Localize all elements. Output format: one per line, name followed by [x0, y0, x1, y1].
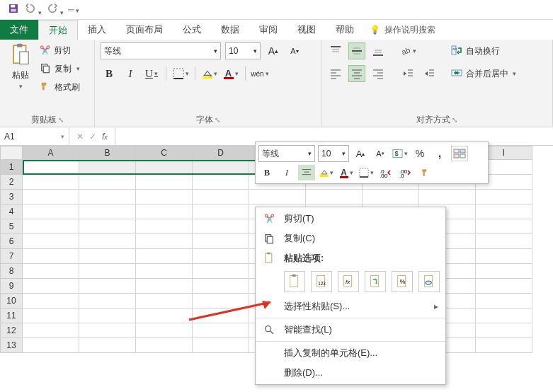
cell[interactable] — [23, 294, 79, 309]
border-button[interactable] — [172, 65, 189, 82]
mini-comma-icon[interactable]: , — [431, 146, 448, 161]
cell[interactable] — [79, 190, 136, 204]
mini-border[interactable] — [358, 165, 375, 180]
row-header-1[interactable]: 1 — [0, 160, 23, 175]
align-bottom-icon[interactable] — [370, 42, 387, 59]
mini-align-center[interactable] — [298, 165, 315, 180]
cell[interactable] — [136, 264, 193, 279]
ctx-paste-special[interactable]: 选择性粘贴(S)... — [256, 296, 445, 316]
undo-icon[interactable] — [24, 2, 42, 17]
cell[interactable] — [23, 249, 79, 264]
font-color-button[interactable]: A — [222, 65, 239, 82]
font-name-combo[interactable]: 等线▾ — [101, 42, 221, 59]
cell[interactable] — [476, 249, 532, 264]
row-header-12[interactable]: 12 — [0, 323, 23, 338]
cell[interactable] — [136, 219, 193, 234]
row-header-10[interactable]: 10 — [0, 294, 23, 309]
qat-customize[interactable]: ═ — [68, 5, 79, 15]
paste-transpose-icon[interactable] — [365, 271, 386, 292]
cell[interactable] — [193, 234, 249, 249]
tab-insert[interactable]: 插入 — [78, 20, 116, 40]
cell[interactable] — [79, 204, 136, 219]
cell[interactable] — [476, 219, 532, 234]
cell[interactable] — [23, 204, 79, 219]
cell[interactable] — [193, 249, 249, 264]
increase-indent-icon[interactable] — [421, 65, 438, 82]
mini-font-name[interactable]: 等线▾ — [258, 145, 315, 162]
tab-page-layout[interactable]: 页面布局 — [116, 20, 173, 40]
cancel-formula-icon[interactable]: ✕ — [76, 132, 84, 142]
row-header-3[interactable]: 3 — [0, 190, 23, 204]
row-header-9[interactable]: 9 — [0, 279, 23, 294]
cell[interactable] — [23, 175, 79, 190]
name-box[interactable]: A1 ▾ — [0, 127, 69, 145]
row-header-11[interactable]: 11 — [0, 309, 23, 323]
paste-formatting-icon[interactable]: % — [392, 271, 413, 292]
cell[interactable] — [79, 160, 136, 175]
cell[interactable] — [193, 190, 249, 204]
cell[interactable] — [193, 204, 249, 219]
copy-button[interactable]: 复制 — [40, 61, 80, 76]
paste-button[interactable]: 粘贴 ▾ — [6, 42, 35, 95]
tab-home[interactable]: 开始 — [38, 20, 78, 40]
mini-increase-font[interactable]: A▴ — [352, 146, 369, 161]
row-header-5[interactable]: 5 — [0, 219, 23, 234]
format-painter-button[interactable]: 格式刷 — [40, 79, 80, 95]
mini-italic[interactable]: I — [278, 165, 295, 180]
cell[interactable] — [23, 323, 79, 338]
mini-percent-icon[interactable]: % — [411, 146, 428, 161]
cell[interactable] — [136, 249, 193, 264]
cell[interactable] — [476, 264, 532, 279]
cell[interactable] — [476, 190, 532, 204]
italic-button[interactable]: I — [122, 65, 139, 82]
cell[interactable] — [193, 309, 249, 323]
cell[interactable] — [79, 234, 136, 249]
col-header-B[interactable]: B — [79, 146, 136, 160]
cell[interactable] — [476, 294, 532, 309]
mini-format-painter[interactable] — [417, 165, 434, 180]
ctx-delete[interactable]: 删除(D)... — [256, 363, 445, 383]
wrap-text-button[interactable]: ab 自动换行 — [447, 42, 519, 59]
cell[interactable] — [23, 264, 79, 279]
cell[interactable] — [363, 190, 419, 204]
cell[interactable] — [79, 323, 136, 338]
cell[interactable] — [476, 309, 532, 323]
underline-button[interactable]: U — [143, 65, 160, 82]
decrease-font-icon[interactable]: A▾ — [286, 42, 303, 59]
select-all-corner[interactable] — [0, 146, 23, 160]
redo-icon[interactable] — [46, 2, 64, 17]
paste-all-icon[interactable] — [284, 271, 305, 292]
clipboard-dialog-launcher[interactable]: ⤡ — [58, 116, 64, 124]
cell[interactable] — [136, 175, 193, 190]
cell[interactable] — [476, 279, 532, 294]
font-dialog-launcher[interactable]: ⤡ — [215, 116, 220, 124]
cell[interactable] — [79, 309, 136, 323]
cell[interactable] — [136, 294, 193, 309]
fill-color-button[interactable] — [201, 65, 218, 82]
cell[interactable] — [136, 160, 193, 175]
cell[interactable] — [249, 190, 306, 204]
row-header-2[interactable]: 2 — [0, 175, 23, 190]
row-header-13[interactable]: 13 — [0, 338, 23, 353]
align-top-icon[interactable] — [327, 42, 344, 59]
align-left-icon[interactable] — [327, 65, 344, 82]
cell[interactable] — [136, 204, 193, 219]
col-header-C[interactable]: C — [136, 146, 193, 160]
cell[interactable] — [23, 160, 79, 175]
mini-fill-color[interactable] — [318, 165, 335, 180]
cell[interactable] — [23, 338, 79, 353]
row-header-4[interactable]: 4 — [0, 204, 23, 219]
cell[interactable] — [419, 190, 476, 204]
cell[interactable] — [79, 294, 136, 309]
mini-decrease-decimal[interactable]: .00.0 — [397, 165, 414, 180]
cell[interactable] — [23, 219, 79, 234]
align-middle-icon[interactable] — [348, 42, 365, 59]
align-right-icon[interactable] — [370, 65, 387, 82]
cell[interactable] — [79, 264, 136, 279]
merge-center-button[interactable]: 合并后居中 — [447, 65, 519, 82]
tab-review[interactable]: 审阅 — [249, 20, 287, 40]
cell[interactable] — [79, 279, 136, 294]
cell[interactable] — [193, 264, 249, 279]
cut-button[interactable]: ✂️ 剪切 — [40, 42, 80, 58]
alignment-dialog-launcher[interactable]: ⤡ — [452, 116, 457, 124]
